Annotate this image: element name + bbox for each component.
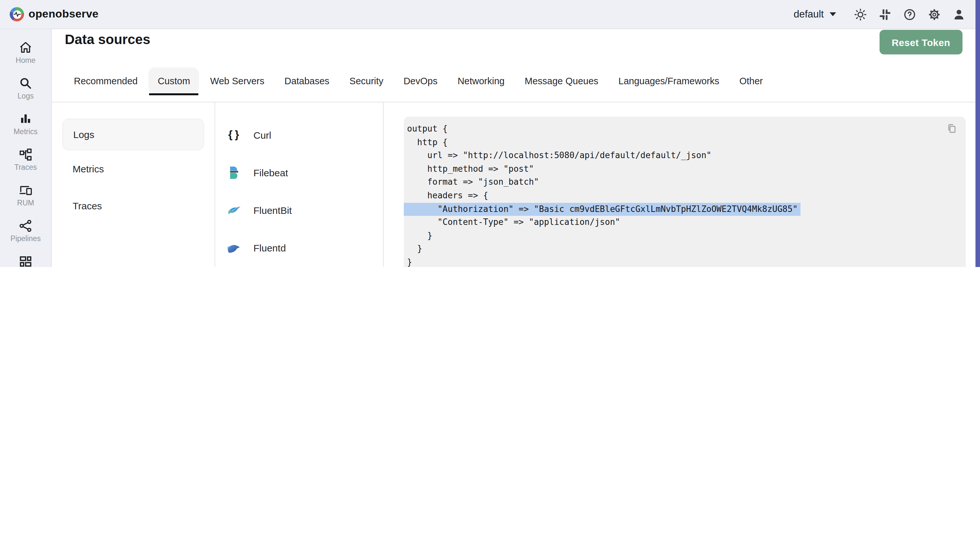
menu-item-traces[interactable]: Traces xyxy=(52,187,215,224)
help-icon[interactable] xyxy=(903,8,916,21)
tab-security[interactable]: Security xyxy=(340,67,393,94)
source-item-filebeat[interactable]: Filebeat xyxy=(215,154,383,191)
chevron-down-icon xyxy=(830,12,836,16)
source-item-fluentd[interactable]: Fluentd xyxy=(215,229,383,266)
tab-web-servers[interactable]: Web Servers xyxy=(201,67,274,94)
app-window: openobserve default xyxy=(0,0,980,267)
theme-sun-icon[interactable] xyxy=(854,8,867,21)
settings-icon[interactable] xyxy=(928,8,941,21)
code-line: http_method => "post" xyxy=(407,163,940,176)
code-line: "Content-Type" => "application/json" xyxy=(407,216,940,229)
code-line-highlighted: "Authorization" => "Basic cm9vdEBleGFtcG… xyxy=(404,202,800,216)
config-code-block: output { http { url => "http://localhost… xyxy=(404,117,966,267)
share-icon xyxy=(19,219,32,233)
menu-item-metrics[interactable]: Metrics xyxy=(52,150,215,187)
tab-recommended[interactable]: Recommended xyxy=(65,67,147,94)
home-icon xyxy=(19,41,32,54)
dashboard-icon xyxy=(19,255,32,267)
curly-braces-icon: { } xyxy=(227,128,241,142)
org-selector-value: default xyxy=(794,8,824,20)
sidebar-item-rum[interactable]: RUM xyxy=(2,178,49,213)
fluentbit-logo xyxy=(227,203,241,217)
sidebar-item-metrics[interactable]: Metrics xyxy=(2,106,49,142)
code-line: } xyxy=(407,243,940,256)
sidebar-item-home[interactable]: Home xyxy=(2,35,49,71)
menu-item-logs[interactable]: Logs xyxy=(62,119,204,150)
schema-icon xyxy=(19,148,32,161)
tab-message-queues[interactable]: Message Queues xyxy=(515,67,607,94)
tab-languages-frameworks[interactable]: Languages/Frameworks xyxy=(609,67,728,94)
brand[interactable]: openobserve xyxy=(0,7,99,21)
category-tabs: Recommended Custom Web Servers Databases… xyxy=(65,67,772,94)
reset-token-button[interactable]: Reset Token xyxy=(879,30,963,54)
source-list: { } Curl Filebeat FluentBit Fluentd xyxy=(215,102,384,267)
account-icon[interactable] xyxy=(952,8,966,21)
tab-custom[interactable]: Custom xyxy=(149,67,199,94)
openobserve-logo-icon xyxy=(10,7,24,21)
devices-icon xyxy=(19,183,32,197)
copy-icon[interactable] xyxy=(946,123,957,134)
code-line: format => "json_batch" xyxy=(407,176,940,189)
brand-name: openobserve xyxy=(29,8,99,21)
page-title: Data sources xyxy=(65,32,150,47)
left-sidebar: Home Logs Metrics Traces RUM Pipelines D… xyxy=(0,29,52,267)
code-line: } xyxy=(407,229,940,243)
sidebar-item-traces[interactable]: Traces xyxy=(2,142,49,178)
scrollbar-thumb[interactable] xyxy=(975,0,980,267)
slack-icon[interactable] xyxy=(878,8,892,21)
top-bar: openobserve default xyxy=(0,0,980,29)
code-line: http { xyxy=(407,136,940,149)
content-area: Logs Metrics Traces { } Curl Filebeat Fl… xyxy=(52,102,980,267)
tab-devops[interactable]: DevOps xyxy=(395,67,447,94)
sidebar-item-dashboards[interactable]: Dashboards xyxy=(2,249,49,267)
bar-chart-icon xyxy=(19,112,32,126)
fluentd-logo xyxy=(227,240,241,255)
tab-databases[interactable]: Databases xyxy=(275,67,339,94)
sidebar-item-logs[interactable]: Logs xyxy=(2,71,49,106)
source-item-vector[interactable]: Vector xyxy=(215,266,383,267)
org-selector[interactable]: default xyxy=(794,8,836,20)
source-item-curl[interactable]: { } Curl xyxy=(215,116,383,154)
code-line: } xyxy=(407,256,940,267)
code-line: url => "http://localhost:5080/api/defaul… xyxy=(407,149,940,162)
source-item-fluentbit[interactable]: FluentBit xyxy=(215,191,383,229)
tab-other[interactable]: Other xyxy=(730,67,772,94)
code-line: headers => { xyxy=(407,189,940,202)
tab-networking[interactable]: Networking xyxy=(449,67,514,94)
page-scrollbar[interactable] xyxy=(975,0,980,267)
filebeat-logo xyxy=(227,165,241,180)
signal-type-menu: Logs Metrics Traces xyxy=(52,102,215,267)
sidebar-item-pipelines[interactable]: Pipelines xyxy=(2,213,49,249)
config-panel: output { http { url => "http://localhost… xyxy=(384,102,980,267)
search-icon xyxy=(19,76,32,90)
code-line: output { xyxy=(407,122,940,136)
